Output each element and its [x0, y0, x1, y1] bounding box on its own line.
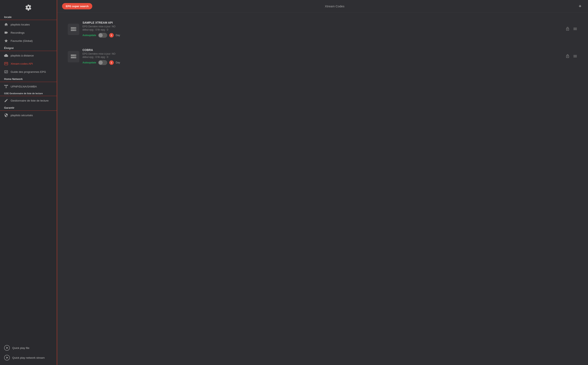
svg-rect-3	[4, 85, 5, 86]
svg-rect-1	[5, 63, 6, 64]
playlist-card-sample-xtream: SAMPLE XTREAM API EPG Dernière mise à jo…	[64, 17, 581, 41]
autoupdate-label-cobra: Autoupdate	[82, 61, 96, 64]
lock-icon[interactable]	[566, 27, 570, 32]
main-content: EPG super search Xtream Codes + SAMPLE X…	[57, 0, 588, 365]
section-label-locale: locale	[0, 14, 57, 20]
svg-rect-2	[6, 63, 7, 64]
svg-point-17	[75, 28, 75, 28]
svg-rect-6	[6, 87, 7, 88]
playlist-epg-update-cobra: EPG Dernière mise à jour: NO	[82, 52, 577, 55]
sidebar-item-xtream-codes[interactable]: Xtream-codes API	[0, 60, 57, 68]
section-label-garantir: Garantir	[0, 105, 57, 111]
autoupdate-row-cobra: Autoupdate 1 Day	[82, 60, 577, 65]
sidebar-item-quick-play-network[interactable]: Quick play network stream	[0, 353, 57, 363]
svg-rect-4	[7, 85, 8, 86]
epg-super-search-button[interactable]: EPG super search	[62, 3, 92, 9]
autoupdate-toggle-cobra[interactable]	[98, 60, 107, 65]
add-button[interactable]: +	[577, 3, 583, 9]
playlist-thumbnail-cobra	[68, 51, 79, 62]
card-actions-cobra	[566, 54, 577, 60]
sidebar-item-upnp[interactable]: UPNP/DLNA/SAMBA	[0, 82, 57, 91]
sidebar: locale playlists locales Recordings Favo…	[0, 0, 57, 365]
svg-point-21	[75, 55, 75, 56]
sidebar-item-label: Gestionnaire de liste de lecture	[11, 99, 49, 102]
sidebar-item-label: Guide des programmes EPG	[11, 70, 46, 73]
cloud-icon	[4, 53, 8, 57]
gear-icon	[25, 4, 32, 11]
epg-icon	[4, 70, 8, 74]
svg-marker-12	[7, 347, 8, 349]
sidebar-item-label: playlists locales	[11, 23, 30, 26]
section-label-eloigne: Éloigné	[0, 45, 57, 51]
play-file-icon	[4, 345, 10, 351]
sidebar-item-label: Xtream-codes API	[11, 62, 33, 65]
svg-line-8	[5, 86, 6, 86]
sidebar-item-label: Favourite (Global)	[11, 39, 33, 42]
day-label-cobra: Day	[116, 61, 120, 64]
lock-svg	[566, 27, 570, 31]
content-area: SAMPLE XTREAM API EPG Dernière mise à jo…	[57, 13, 588, 365]
sidebar-item-epg-guide[interactable]: Guide des programmes EPG	[0, 68, 57, 76]
section-label-home-network: Home Network	[0, 76, 57, 82]
xtream-icon	[4, 62, 8, 66]
section-label-gse: GSE Gestionnaire de liste de lecture	[0, 91, 57, 96]
playlist-name: SAMPLE XTREAM API	[82, 21, 577, 24]
sidebar-item-playlists-distance[interactable]: playlists à distance	[0, 51, 57, 60]
recordings-icon	[4, 31, 8, 35]
day-badge-cobra: 1	[109, 60, 114, 65]
star-icon	[4, 39, 8, 43]
shield-icon	[4, 113, 8, 117]
svg-point-22	[75, 57, 75, 58]
sidebar-item-label: playlists sécurisés	[11, 114, 33, 117]
playlist-epg-range-cobra: début epg : 0 fin epg : 0	[82, 56, 577, 58]
sidebar-item-playlists-securises[interactable]: playlists sécurisés	[0, 111, 57, 119]
playlist-epg-range: début epg : 0 fin epg : 0	[82, 28, 577, 31]
svg-rect-5	[6, 85, 7, 86]
sidebar-item-recordings[interactable]: Recordings	[0, 28, 57, 37]
server-icon	[70, 26, 77, 33]
svg-point-18	[75, 30, 75, 30]
playlist-thumbnail-sample-xtream	[68, 24, 79, 35]
sidebar-item-label: Recordings	[11, 31, 24, 34]
card-actions	[566, 27, 577, 32]
playlist-info-cobra: COBRA EPG Dernière mise à jour: NO début…	[82, 48, 577, 65]
topbar-title: Xtream Codes	[92, 5, 577, 8]
server-icon-2	[70, 53, 77, 60]
sidebar-item-label: Quick play file	[12, 346, 29, 350]
autoupdate-label: Autoupdate	[82, 34, 96, 37]
sidebar-item-playlists-locales[interactable]: playlists locales	[0, 20, 57, 28]
autoupdate-row: Autoupdate 1 Day	[82, 33, 577, 38]
topbar: EPG super search Xtream Codes +	[57, 0, 588, 13]
hamburger-svg	[573, 27, 577, 31]
autoupdate-toggle[interactable]	[98, 33, 107, 38]
sidebar-item-label: playlists à distance	[11, 54, 34, 57]
gear-button[interactable]	[0, 0, 57, 14]
sidebar-item-label: UPNP/DLNA/SAMBA	[11, 85, 37, 88]
day-badge: 1	[109, 33, 114, 37]
home-icon	[4, 22, 8, 27]
svg-rect-0	[5, 62, 8, 65]
playlist-card-cobra: COBRA EPG Dernière mise à jour: NO début…	[64, 45, 581, 69]
play-network-icon	[4, 355, 10, 360]
playlist-name-cobra: COBRA	[82, 48, 577, 52]
menu-icon[interactable]	[573, 27, 577, 32]
lock-svg-cobra	[566, 54, 570, 58]
playlist-epg-update: EPG Dernière mise à jour: NO	[82, 25, 577, 28]
edit-icon	[4, 98, 8, 103]
svg-line-9	[6, 86, 7, 86]
day-label: Day	[116, 34, 120, 37]
menu-icon-cobra[interactable]	[573, 54, 577, 60]
svg-marker-14	[7, 357, 8, 358]
sidebar-item-label: Quick play network stream	[12, 356, 45, 359]
sidebar-item-favourite[interactable]: Favourite (Global)	[0, 37, 57, 45]
hamburger-svg-cobra	[573, 54, 577, 58]
playlist-info-sample-xtream: SAMPLE XTREAM API EPG Dernière mise à jo…	[82, 21, 577, 38]
sidebar-item-gestionnaire[interactable]: Gestionnaire de liste de lecture	[0, 97, 57, 105]
lock-icon-cobra[interactable]	[566, 54, 570, 59]
sidebar-item-quick-play-file[interactable]: Quick play file	[0, 343, 57, 353]
network-icon	[4, 84, 8, 89]
